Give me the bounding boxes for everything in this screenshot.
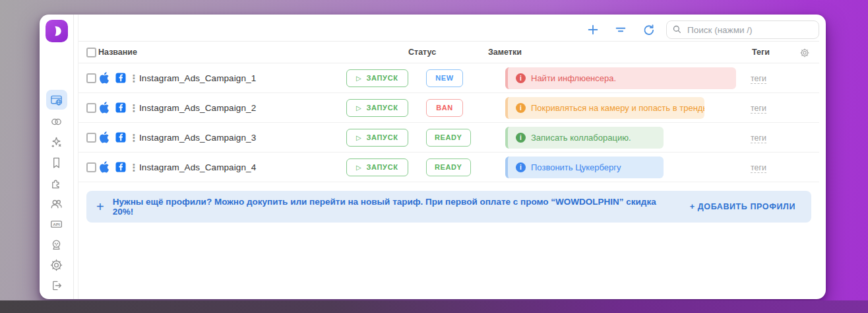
tags-link[interactable]: теги xyxy=(751,133,766,143)
header-name: Название xyxy=(97,48,407,57)
add-profile-button[interactable] xyxy=(586,22,600,37)
table-row[interactable]: ⋮ Instagram_Ads_Campaign_3 ▷ ЗАПУСК READ… xyxy=(78,123,819,153)
refresh-icon xyxy=(642,23,655,36)
launch-button[interactable]: ▷ ЗАПУСК xyxy=(346,129,408,147)
tags-link[interactable]: теги xyxy=(751,74,766,84)
status-badge[interactable]: READY xyxy=(426,129,471,147)
search-box xyxy=(666,20,819,39)
sidebar-item-settings[interactable] xyxy=(46,256,67,273)
sidebar-item-api[interactable]: API xyxy=(46,215,67,232)
profile-name: Instagram_Ads_Campaign_3 xyxy=(139,133,346,143)
tags-link[interactable]: теги xyxy=(751,104,766,114)
status-badge[interactable]: READY xyxy=(426,158,471,176)
profile-name: Instagram_Ads_Campaign_4 xyxy=(139,162,346,172)
proxy-link-icon xyxy=(49,115,63,129)
extensions-puzzle-icon xyxy=(49,176,63,190)
note-info-icon: i xyxy=(516,133,526,143)
sidebar-item-team[interactable] xyxy=(46,195,67,212)
refresh-button[interactable] xyxy=(641,22,656,37)
apple-platform-icon xyxy=(97,72,113,84)
table-body: ⋮ Instagram_Ads_Campaign_1 ▷ ЗАПУСК NEW … xyxy=(78,63,819,182)
sidebar-item-logout[interactable] xyxy=(46,277,67,294)
row-menu-button[interactable]: ⋮ xyxy=(129,73,139,83)
automation-sparkles-icon xyxy=(49,135,63,149)
launch-label: ЗАПУСК xyxy=(366,104,398,112)
row-checkbox[interactable] xyxy=(86,103,96,113)
row-checkbox[interactable] xyxy=(86,133,96,143)
note-info-icon: i xyxy=(516,103,526,113)
play-icon: ▷ xyxy=(356,134,361,141)
note-text: Позвонить Цукербергу xyxy=(531,162,621,172)
table-row[interactable]: ⋮ Instagram_Ads_Campaign_2 ▷ ЗАПУСК BAN … xyxy=(78,93,819,123)
main-area: Название Статус Заметки Теги ⋮ Instagram… xyxy=(78,15,826,299)
select-all-checkbox[interactable] xyxy=(86,48,96,57)
profile-name: Instagram_Ads_Campaign_1 xyxy=(139,73,346,83)
logout-icon xyxy=(49,279,63,293)
table-settings-button[interactable] xyxy=(799,48,810,58)
launch-label: ЗАПУСК xyxy=(366,133,398,141)
facebook-platform-icon xyxy=(113,102,129,114)
apple-platform-icon xyxy=(97,161,113,173)
sidebar-item-proxy[interactable] xyxy=(46,113,67,130)
sidebar-item-extensions[interactable] xyxy=(46,174,67,191)
launch-label: ЗАПУСК xyxy=(366,74,398,82)
table-row[interactable]: ⋮ Instagram_Ads_Campaign_4 ▷ ЗАПУСК READ… xyxy=(78,153,819,182)
table-header: Название Статус Заметки Теги xyxy=(78,42,819,63)
note[interactable]: i Покривляться на камеру и попасть в тре… xyxy=(505,97,704,119)
filter-icon xyxy=(614,23,627,36)
sidebar-rail xyxy=(74,15,78,299)
sidebar-item-support[interactable] xyxy=(46,236,67,253)
sidebar-item-browser-profiles[interactable] xyxy=(46,90,67,110)
note-info-icon: i xyxy=(516,73,526,83)
search-input[interactable] xyxy=(666,20,819,39)
svg-text:API: API xyxy=(53,221,60,226)
profile-name: Instagram_Ads_Campaign_2 xyxy=(139,103,346,113)
launch-button[interactable]: ▷ ЗАПУСК xyxy=(346,158,408,176)
table-gear-icon xyxy=(799,48,810,58)
support-bot-icon xyxy=(49,238,63,252)
facebook-platform-icon xyxy=(113,131,129,143)
app-window: API xyxy=(40,15,826,299)
launch-button[interactable]: ▷ ЗАПУСК xyxy=(346,69,408,87)
banner-plus-icon[interactable]: + xyxy=(96,200,104,213)
add-profiles-button[interactable]: + ДОБАВИТЬ ПРОФИЛИ xyxy=(690,202,795,211)
profiles-table: Название Статус Заметки Теги ⋮ Instagram… xyxy=(78,41,819,299)
row-menu-button[interactable]: ⋮ xyxy=(129,103,139,113)
settings-gear-icon xyxy=(49,258,63,272)
note[interactable]: i Записать коллаборацию. xyxy=(505,127,664,149)
table-row[interactable]: ⋮ Instagram_Ads_Campaign_1 ▷ ЗАПУСК NEW … xyxy=(78,63,819,93)
launch-label: ЗАПУСК xyxy=(366,163,398,171)
row-menu-button[interactable]: ⋮ xyxy=(129,162,139,172)
facebook-platform-icon xyxy=(113,72,129,84)
promo-banner: + Нужны ещё профили? Можно докупить или … xyxy=(86,191,811,223)
browser-profiles-icon xyxy=(49,93,63,107)
header-notes: Заметки xyxy=(487,48,751,57)
sidebar-item-automation[interactable] xyxy=(46,133,67,151)
sidebar-nav: API xyxy=(46,90,67,294)
play-icon: ▷ xyxy=(356,164,361,171)
bottom-strip xyxy=(0,300,868,313)
note[interactable]: i Найти инфлюенсера. xyxy=(505,67,736,89)
api-icon: API xyxy=(49,217,63,231)
status-badge[interactable]: BAN xyxy=(426,99,463,117)
facebook-platform-icon xyxy=(113,161,129,173)
status-badge[interactable]: NEW xyxy=(426,69,463,87)
banner-text: Нужны ещё профили? Можно докупить или пе… xyxy=(113,197,673,217)
apple-platform-icon xyxy=(97,131,113,143)
dolphin-logo-icon xyxy=(49,24,64,38)
sidebar-item-bookmarks[interactable] xyxy=(46,154,67,171)
tags-link[interactable]: теги xyxy=(751,163,766,173)
play-icon: ▷ xyxy=(356,104,361,112)
top-toolbar xyxy=(78,15,819,41)
filter-button[interactable] xyxy=(613,22,628,37)
team-users-icon xyxy=(49,197,63,211)
row-checkbox[interactable] xyxy=(86,73,96,83)
row-checkbox[interactable] xyxy=(86,162,96,172)
app-logo[interactable] xyxy=(46,20,68,42)
note-text: Найти инфлюенсера. xyxy=(531,73,616,83)
launch-button[interactable]: ▷ ЗАПУСК xyxy=(346,99,408,117)
row-menu-button[interactable]: ⋮ xyxy=(129,133,139,143)
note[interactable]: i Позвонить Цукербергу xyxy=(505,156,664,178)
bookmarks-icon xyxy=(49,156,63,170)
sidebar: API xyxy=(40,15,74,299)
